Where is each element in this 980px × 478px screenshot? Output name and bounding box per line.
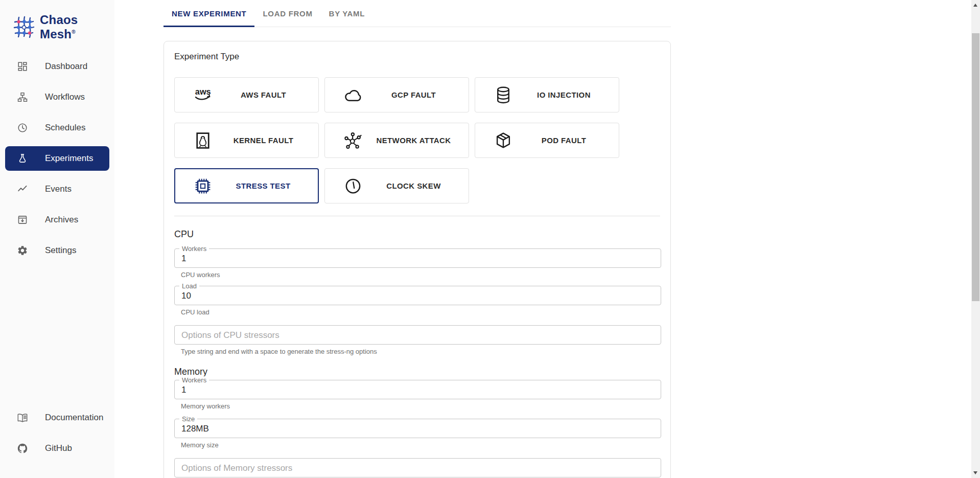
mesh-logo-icon (12, 15, 36, 39)
cpu-workers-field[interactable]: Workers (174, 248, 661, 268)
section-divider (174, 216, 660, 216)
tab-load-from[interactable]: LOAD FROM (254, 0, 320, 27)
type-card-label: GCP FAULT (364, 90, 469, 99)
type-card-gcp-fault[interactable]: GCP FAULT (324, 77, 469, 112)
type-card-clock-skew[interactable]: CLOCK SKEW (324, 168, 469, 203)
tab-by-yaml[interactable]: BY YAML (321, 0, 373, 27)
sidebar-item-label: Experiments (45, 153, 93, 164)
sidebar-item-label: Events (45, 184, 72, 194)
book-icon (17, 412, 28, 423)
cpu-chip-icon (192, 175, 214, 197)
cube-icon (493, 130, 514, 151)
sidebar-item-experiments[interactable]: Experiments (5, 146, 109, 171)
sidebar-item-documentation[interactable]: Documentation (5, 405, 109, 430)
sidebar-item-workflows[interactable]: Workflows (5, 85, 109, 109)
type-card-stress-test[interactable]: STRESS TEST (174, 168, 319, 203)
sidebar-item-archives[interactable]: Archives (5, 208, 109, 232)
linux-penguin-icon (192, 130, 214, 151)
type-card-pod-fault[interactable]: POD FAULT (475, 123, 619, 158)
sidebar-item-label: Documentation (45, 413, 103, 423)
memory-heading: Memory (174, 367, 660, 377)
memory-workers-helper: Memory workers (181, 402, 660, 410)
sidebar-footer: Documentation GitHub (5, 405, 109, 467)
registered-mark: ® (72, 29, 76, 35)
aws-icon: aws (192, 84, 214, 106)
type-card-label: POD FAULT (514, 136, 619, 145)
sidebar-nav: Dashboard Workflows Schedules (0, 54, 114, 263)
tab-new-experiment[interactable]: NEW EXPERIMENT (164, 0, 254, 27)
github-icon (17, 443, 28, 454)
cpu-heading: CPU (174, 229, 660, 240)
memory-size-helper: Memory size (181, 441, 660, 449)
cpu-workers-helper: CPU workers (181, 271, 660, 279)
sidebar-item-label: Workflows (45, 92, 85, 102)
sidebar-item-label: Archives (45, 215, 78, 225)
cpu-options-input[interactable] (175, 326, 661, 344)
type-card-io-injection[interactable]: IO INJECTION (475, 77, 619, 112)
sidebar-item-schedules[interactable]: Schedules (5, 116, 109, 140)
memory-workers-input[interactable] (175, 380, 661, 399)
memory-size-field[interactable]: Size (174, 419, 661, 438)
memory-workers-label: Workers (179, 376, 209, 384)
memory-options-input[interactable] (175, 459, 661, 477)
sidebar-item-label: Schedules (45, 123, 85, 133)
type-card-kernel-fault[interactable]: KERNEL FAULT (174, 123, 319, 158)
type-card-label: CLOCK SKEW (364, 181, 469, 190)
database-icon (493, 84, 514, 106)
sidebar-item-settings[interactable]: Settings (5, 238, 109, 263)
network-nodes-icon (342, 130, 364, 151)
scrollbar-down-arrow-icon[interactable] (973, 471, 977, 474)
cpu-load-field[interactable]: Load (174, 286, 661, 305)
cpu-workers-label: Workers (179, 245, 209, 253)
page-scrollbar[interactable] (971, 0, 980, 478)
archive-icon (17, 214, 28, 225)
dashboard-icon (17, 61, 28, 72)
sidebar-item-events[interactable]: Events (5, 177, 109, 201)
scrollbar-thumb[interactable] (972, 33, 979, 301)
type-card-label: KERNEL FAULT (214, 136, 318, 145)
new-experiment-card: Experiment Type aws AWS FAULT (164, 41, 671, 478)
scrollbar-up-arrow-icon[interactable] (973, 4, 977, 7)
timeline-icon (17, 184, 28, 195)
experiment-type-heading: Experiment Type (174, 52, 660, 62)
cpu-load-input[interactable] (175, 286, 661, 305)
memory-options-field[interactable] (174, 458, 661, 477)
sidebar-item-label: Dashboard (45, 61, 87, 72)
experiment-type-grid: aws AWS FAULT GCP FAULT (174, 77, 660, 203)
memory-size-label: Size (179, 415, 197, 423)
memory-workers-field[interactable]: Workers (174, 380, 661, 399)
type-card-aws-fault[interactable]: aws AWS FAULT (174, 77, 319, 112)
cpu-load-label: Load (179, 282, 199, 290)
type-card-label: NETWORK ATTACK (364, 136, 469, 145)
experiment-tabs: NEW EXPERIMENT LOAD FROM BY YAML (164, 0, 671, 27)
cpu-options-field[interactable] (174, 325, 661, 345)
chaos-mesh-logo[interactable]: Chaos Mesh® (0, 0, 114, 54)
sidebar-item-github[interactable]: GitHub (5, 436, 109, 461)
type-card-network-attack[interactable]: NETWORK ATTACK (324, 123, 469, 158)
main-content: NEW EXPERIMENT LOAD FROM BY YAML Experim… (114, 0, 971, 478)
type-card-label: IO INJECTION (514, 90, 619, 99)
type-card-label: AWS FAULT (214, 90, 318, 99)
brand-name: Chaos Mesh® (40, 13, 114, 41)
sidebar-item-label: GitHub (45, 443, 72, 453)
sidebar-item-dashboard[interactable]: Dashboard (5, 54, 109, 79)
sidebar: Chaos Mesh® Dashboard Workflows (0, 0, 114, 478)
memory-size-input[interactable] (175, 419, 661, 438)
cpu-load-helper: CPU load (181, 308, 660, 316)
workflows-tree-icon (17, 92, 28, 103)
svg-text:aws: aws (195, 86, 211, 96)
clock-face-icon (342, 175, 364, 197)
sidebar-item-label: Settings (45, 245, 76, 256)
clock-icon (17, 122, 28, 133)
cloud-icon (342, 84, 364, 106)
cpu-options-helper: Type string and end with a space to gene… (181, 348, 660, 355)
cpu-workers-input[interactable] (175, 249, 661, 267)
flask-icon (17, 153, 28, 164)
gear-icon (17, 245, 28, 256)
type-card-label: STRESS TEST (214, 181, 318, 190)
